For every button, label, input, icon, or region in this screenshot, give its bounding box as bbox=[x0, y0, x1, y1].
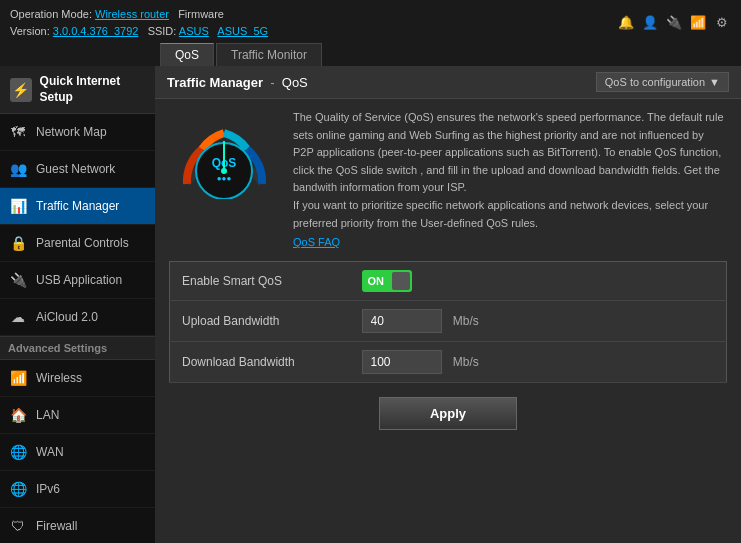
tabs-bar: QoS Traffic Monitor bbox=[0, 39, 741, 66]
gauge-svg: QoS ●●● bbox=[172, 109, 277, 199]
lan-icon: 🏠 bbox=[8, 405, 28, 425]
guest-network-label: Guest Network bbox=[36, 162, 115, 176]
tab-traffic-monitor[interactable]: Traffic Monitor bbox=[216, 43, 322, 66]
usb-icon[interactable]: 🔌 bbox=[665, 14, 683, 32]
sidebar-item-firewall[interactable]: 🛡 Firewall bbox=[0, 508, 155, 543]
parental-controls-icon: 🔒 bbox=[8, 233, 28, 253]
firmware-label: Firmware bbox=[178, 8, 224, 20]
firewall-icon: 🛡 bbox=[8, 516, 28, 536]
toggle-on-label: ON bbox=[362, 275, 385, 287]
qos-config-dropdown[interactable]: QoS to configuration ▼ bbox=[596, 72, 729, 92]
gear-icon[interactable]: ⚙ bbox=[713, 14, 731, 32]
smart-qos-toggle[interactable]: ON bbox=[362, 270, 412, 292]
wireless-label: Wireless bbox=[36, 371, 82, 385]
advanced-settings-title: Advanced Settings bbox=[0, 336, 155, 360]
parental-controls-label: Parental Controls bbox=[36, 236, 129, 250]
version-value: 3.0.0.4.376_3792 bbox=[53, 25, 139, 37]
network-map-label: Network Map bbox=[36, 125, 107, 139]
sidebar-item-quick-setup[interactable]: ⚡ Quick Internet Setup bbox=[0, 66, 155, 114]
apply-section: Apply bbox=[169, 397, 727, 430]
sidebar-item-guest-network[interactable]: 👥 Guest Network bbox=[0, 151, 155, 188]
main-content: Traffic Manager - QoS QoS to configurati… bbox=[155, 66, 741, 543]
user-icon[interactable]: 👤 bbox=[641, 14, 659, 32]
version-label: Version: bbox=[10, 25, 50, 37]
sidebar-item-aicloud[interactable]: ☁ AiCloud 2.0 bbox=[0, 299, 155, 336]
main-layout: ⚡ Quick Internet Setup 🗺 Network Map 👥 G… bbox=[0, 66, 741, 543]
traffic-manager-label: Traffic Manager bbox=[36, 199, 119, 213]
header-info: Operation Mode: Wireless router Firmware… bbox=[10, 6, 268, 39]
usb-application-label: USB Application bbox=[36, 273, 122, 287]
network-icon[interactable]: 📶 bbox=[689, 14, 707, 32]
qos-description-block: The Quality of Service (QoS) ensures the… bbox=[293, 109, 727, 249]
upload-unit-label: Mb/s bbox=[453, 314, 479, 328]
svg-point-4 bbox=[221, 168, 227, 174]
enable-smart-qos-row: Enable Smart QoS ON bbox=[170, 262, 727, 301]
sidebar-item-network-map[interactable]: 🗺 Network Map bbox=[0, 114, 155, 151]
firewall-label: Firewall bbox=[36, 519, 77, 533]
traffic-manager-icon: 📊 bbox=[8, 196, 28, 216]
toggle-knob bbox=[392, 272, 410, 290]
usb-application-icon: 🔌 bbox=[8, 270, 28, 290]
upload-bandwidth-row: Upload Bandwidth Mb/s bbox=[170, 301, 727, 342]
qos-faq-link[interactable]: QoS FAQ bbox=[293, 236, 340, 248]
ssid-value: ASUS bbox=[179, 25, 209, 37]
download-unit-label: Mb/s bbox=[453, 355, 479, 369]
guest-network-icon: 👥 bbox=[8, 159, 28, 179]
qos-form: Enable Smart QoS ON Upload Bandwidth bbox=[169, 261, 727, 383]
download-bandwidth-label: Download Bandwidth bbox=[170, 342, 350, 383]
aicloud-icon: ☁ bbox=[8, 307, 28, 327]
sidebar-item-parental-controls[interactable]: 🔒 Parental Controls bbox=[0, 225, 155, 262]
enable-smart-qos-label: Enable Smart QoS bbox=[170, 262, 350, 301]
wan-label: WAN bbox=[36, 445, 64, 459]
operation-mode-value: Wireless router bbox=[95, 8, 169, 20]
quick-setup-icon: ⚡ bbox=[10, 78, 32, 102]
content-header: Traffic Manager - QoS QoS to configurati… bbox=[155, 66, 741, 99]
upload-bandwidth-label: Upload Bandwidth bbox=[170, 301, 350, 342]
qos-gauge: QoS ●●● bbox=[169, 109, 279, 199]
sidebar-item-ipv6[interactable]: 🌐 IPv6 bbox=[0, 471, 155, 508]
smart-qos-toggle-container: ON bbox=[362, 270, 715, 292]
quick-setup-label: Quick Internet Setup bbox=[40, 74, 145, 105]
chevron-down-icon: ▼ bbox=[709, 76, 720, 88]
app-container: Operation Mode: Wireless router Firmware… bbox=[0, 0, 741, 543]
sidebar-item-usb-application[interactable]: 🔌 USB Application bbox=[0, 262, 155, 299]
svg-text:●●●: ●●● bbox=[216, 174, 231, 183]
upload-bandwidth-input[interactable] bbox=[362, 309, 442, 333]
ssid-label: SSID: bbox=[148, 25, 177, 37]
download-bandwidth-row: Download Bandwidth Mb/s bbox=[170, 342, 727, 383]
info-section: QoS ●●● The Quality of Service (QoS) ens… bbox=[169, 109, 727, 249]
content-title: Traffic Manager - QoS bbox=[167, 75, 308, 90]
ipv6-label: IPv6 bbox=[36, 482, 60, 496]
sidebar-item-wan[interactable]: 🌐 WAN bbox=[0, 434, 155, 471]
aicloud-label: AiCloud 2.0 bbox=[36, 310, 98, 324]
download-bandwidth-input[interactable] bbox=[362, 350, 442, 374]
ssid-5g-value: ASUS_5G bbox=[217, 25, 268, 37]
apply-button[interactable]: Apply bbox=[379, 397, 517, 430]
lan-label: LAN bbox=[36, 408, 59, 422]
sidebar-item-lan[interactable]: 🏠 LAN bbox=[0, 397, 155, 434]
wan-icon: 🌐 bbox=[8, 442, 28, 462]
content-body: QoS ●●● The Quality of Service (QoS) ens… bbox=[155, 99, 741, 543]
network-map-icon: 🗺 bbox=[8, 122, 28, 142]
sidebar-item-wireless[interactable]: 📶 Wireless bbox=[0, 360, 155, 397]
header: Operation Mode: Wireless router Firmware… bbox=[0, 0, 741, 39]
tab-qos[interactable]: QoS bbox=[160, 43, 214, 66]
qos-description: The Quality of Service (QoS) ensures the… bbox=[293, 109, 727, 232]
ipv6-icon: 🌐 bbox=[8, 479, 28, 499]
notification-icon[interactable]: 🔔 bbox=[617, 14, 635, 32]
wireless-icon: 📶 bbox=[8, 368, 28, 388]
header-icons: 🔔 👤 🔌 📶 ⚙ bbox=[617, 14, 731, 32]
sidebar-item-traffic-manager[interactable]: 📊 Traffic Manager bbox=[0, 188, 155, 225]
sidebar: ⚡ Quick Internet Setup 🗺 Network Map 👥 G… bbox=[0, 66, 155, 543]
operation-mode-label: Operation Mode: bbox=[10, 8, 92, 20]
